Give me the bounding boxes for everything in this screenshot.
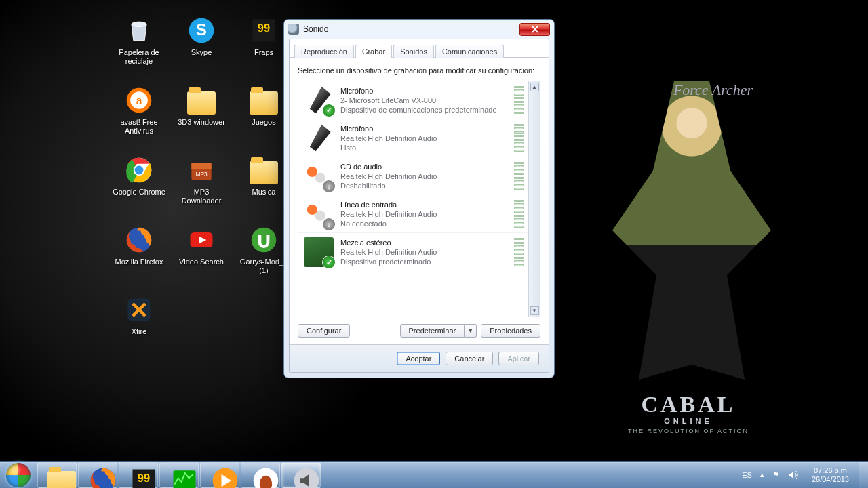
check-icon: ✓ — [323, 104, 335, 117]
configure-button[interactable]: Configurar — [298, 324, 350, 338]
desktop-icon-label: Musica — [252, 188, 276, 197]
catcher-icon — [251, 466, 270, 485]
taskbar-app-fraps[interactable]: 99 — [119, 462, 158, 488]
wallpaper-sub: ONLINE — [600, 416, 776, 426]
start-button[interactable] — [0, 462, 37, 489]
device-row[interactable]: ↓ CD de audio Realtek High Definition Au… — [298, 157, 540, 195]
desktop-icon-chrome[interactable]: Google Chrome — [108, 155, 170, 219]
desktop-icon-label: MP3 Downloader — [173, 188, 230, 205]
sound-dialog: Sonido ReproducciónGrabarSonidosComunica… — [283, 19, 555, 378]
ok-button[interactable]: Aceptar — [397, 352, 440, 365]
tray-date: 26/04/2013 — [812, 475, 849, 484]
titlebar[interactable]: Sonido — [284, 20, 554, 39]
windows-orb-icon — [6, 463, 31, 487]
device-status: Dispositivo de comunicaciones predetermi… — [340, 105, 514, 115]
scroll-up-icon[interactable]: ▲ — [530, 83, 539, 92]
taskbar-app-taskmgr[interactable] — [159, 462, 199, 488]
desktop-icon-3d3[interactable]: 3D3 windower — [171, 85, 232, 149]
device-status: Dispositivo predeterminado — [340, 257, 514, 266]
disabled-icon: ↓ — [323, 180, 335, 192]
desktop-icon-label: Xfire — [132, 327, 147, 336]
device-name: CD de audio — [340, 162, 514, 171]
mic-icon: ✓ — [304, 85, 334, 115]
tray-lang[interactable]: ES — [742, 471, 752, 479]
rca-icon: ↓ — [304, 161, 334, 191]
tab-comunicaciones[interactable]: Comunicaciones — [435, 45, 504, 58]
avast-icon: a — [123, 85, 155, 116]
sound-icon — [288, 24, 299, 35]
level-meter — [514, 200, 524, 228]
tab-grabar[interactable]: Grabar — [355, 45, 392, 58]
level-meter — [514, 124, 524, 152]
svg-point-16 — [252, 228, 277, 253]
tray-chevron-icon[interactable]: ▴ — [760, 470, 764, 479]
musica-icon — [248, 155, 279, 186]
cancel-button[interactable]: Cancelar — [446, 352, 493, 365]
tab-sonidos[interactable]: Sonidos — [393, 45, 434, 58]
recycle-icon — [123, 15, 155, 46]
chevron-down-icon[interactable]: ▼ — [465, 324, 477, 338]
show-desktop-button[interactable] — [859, 462, 868, 489]
taskbar-app-sound[interactable] — [281, 462, 321, 488]
panel-instruction: Seleccione un dispositivo de grabación p… — [298, 66, 540, 75]
device-row[interactable]: ↓ Línea de entrada Realtek High Definiti… — [298, 195, 540, 233]
tray-volume-icon[interactable] — [787, 470, 798, 481]
dialog-title: Sonido — [303, 24, 519, 34]
desktop-icon-label: Papelera de reciclaje — [111, 48, 167, 66]
close-button[interactable] — [519, 23, 550, 36]
taskbar[interactable]: 99 ES ▴ ⚑ 07:26 p.m. 26/04/2013 — [0, 461, 868, 488]
desktop-icon-mp3[interactable]: MP3 MP3 Downloader — [171, 155, 232, 219]
skype-icon: S — [186, 15, 217, 46]
tab-reproducción[interactable]: Reproducción — [294, 45, 354, 58]
taskbar-app-firefox[interactable] — [78, 462, 117, 488]
device-row[interactable]: ✓ Mezcla estéreo Realtek High Definition… — [298, 233, 540, 271]
device-list[interactable]: ✓ Micrófono 2- Microsoft LifeCam VX-800 … — [298, 81, 540, 317]
system-tray[interactable]: ES ▴ ⚑ 07:26 p.m. 26/04/2013 — [738, 466, 859, 484]
desktop-icon-vsearch[interactable]: Video Search — [171, 224, 232, 289]
device-row[interactable]: ✓ Micrófono 2- Microsoft LifeCam VX-800 … — [298, 81, 540, 119]
desktop-icon-label: Mozilla Firefox — [115, 258, 163, 266]
set-default-combo[interactable]: Predeterminar ▼ — [400, 324, 477, 338]
wallpaper-tag: THE REVOLUTION OF ACTION — [600, 426, 776, 436]
tray-flag-icon[interactable]: ⚑ — [772, 470, 779, 479]
fraps-icon: 99 — [129, 466, 148, 485]
tab-panel-grabar: Seleccione un dispositivo de grabación p… — [290, 58, 549, 344]
panel-buttons: Configurar Predeterminar ▼ Propiedades — [298, 324, 540, 338]
desktop-icon-xfire[interactable]: Xfire — [108, 294, 170, 359]
device-desc: Realtek High Definition Audio — [340, 209, 514, 219]
wallpaper-character — [604, 81, 780, 380]
scrollbar[interactable]: ▲ ▼ — [528, 81, 540, 317]
juegos-icon — [248, 85, 279, 116]
svg-text:MP3: MP3 — [196, 171, 208, 178]
wallpaper-caption: Force Archer — [673, 81, 753, 99]
set-default-button[interactable]: Predeterminar — [400, 324, 465, 338]
desktop-icon-label: Google Chrome — [113, 188, 165, 197]
apply-button[interactable]: Aplicar — [498, 352, 539, 365]
vsearch-icon — [186, 224, 217, 256]
desktop[interactable]: Force Archer CABAL ONLINE THE REVOLUTION… — [0, 0, 868, 461]
level-meter — [514, 86, 524, 115]
scroll-down-icon[interactable]: ▼ — [530, 306, 539, 315]
device-name: Línea de entrada — [340, 200, 514, 209]
desktop-icon-skype[interactable]: S Skype — [171, 15, 232, 79]
tray-clock[interactable]: 07:26 p.m. 26/04/2013 — [806, 466, 854, 484]
device-status: Listo — [340, 143, 514, 152]
desktop-icons-grid: Papelera de reciclajeS Skype99 Frapsa av… — [108, 15, 294, 359]
tray-time: 07:26 p.m. — [812, 466, 849, 475]
taskbar-app-catcher[interactable] — [241, 462, 280, 488]
device-name: Mezcla estéreo — [340, 238, 514, 247]
device-status: No conectado — [340, 219, 514, 228]
device-row[interactable]: Micrófono Realtek High Definition Audio … — [298, 119, 540, 157]
taskbar-app-explorer[interactable] — [37, 462, 77, 488]
desktop-icon-firefox[interactable]: Mozilla Firefox — [108, 224, 170, 289]
properties-button[interactable]: Propiedades — [481, 324, 540, 338]
desktop-icon-label: avast! Free Antivirus — [111, 118, 167, 136]
taskbar-app-wmp[interactable] — [200, 462, 239, 488]
tab-strip: ReproducciónGrabarSonidosComunicaciones — [290, 39, 549, 58]
svg-text:99: 99 — [258, 22, 270, 34]
desktop-icon-recycle[interactable]: Papelera de reciclaje — [108, 15, 170, 79]
desktop-icon-label: Skype — [191, 48, 212, 57]
mp3-icon: MP3 — [186, 155, 217, 186]
desktop-icon-avast[interactable]: a avast! Free Antivirus — [108, 85, 170, 149]
device-desc: Realtek High Definition Audio — [340, 171, 514, 181]
